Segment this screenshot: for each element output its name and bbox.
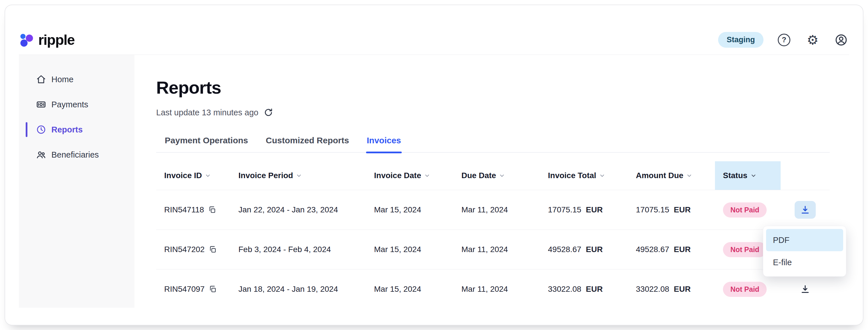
copy-button[interactable] <box>209 245 217 254</box>
main-content: Reports Last update 13 minutes ago Payme… <box>134 55 849 308</box>
ripple-logo-icon <box>19 32 34 48</box>
column-header-status[interactable]: Status <box>715 161 781 190</box>
column-header-invoice-period[interactable]: Invoice Period <box>230 161 366 190</box>
refresh-icon <box>264 108 273 117</box>
sidebar-item-label: Reports <box>52 125 83 134</box>
invoice-period: Jan 22, 2024 - Jan 23, 2024 <box>230 205 366 214</box>
sort-chevron-icon <box>750 172 757 179</box>
sidebar-item-label: Home <box>52 75 73 84</box>
amount-due: 33022.08EUR <box>628 285 715 294</box>
sort-chevron-icon <box>686 172 692 179</box>
sidebar-item-reports[interactable]: Reports <box>19 117 134 142</box>
column-header-invoice-id[interactable]: Invoice ID <box>156 161 230 190</box>
tab-customized-reports[interactable]: Customized Reports <box>265 136 350 152</box>
sidebar-item-label: Beneficiaries <box>52 150 99 160</box>
due-date: Mar 11, 2024 <box>454 205 540 214</box>
sort-chevron-icon <box>499 172 505 179</box>
tab-invoices[interactable]: Invoices <box>366 136 401 152</box>
topbar-actions: Staging ? ⚙ <box>718 32 849 48</box>
home-icon <box>36 74 46 85</box>
table-header: Invoice ID Invoice Period Invoice Date D… <box>156 161 830 190</box>
sort-chevron-icon <box>296 172 302 179</box>
sort-chevron-icon <box>205 172 211 179</box>
brand-name: ripple <box>38 32 74 48</box>
invoice-date: Mar 15, 2024 <box>366 245 454 254</box>
last-update: Last update 13 minutes ago <box>156 108 830 117</box>
invoice-id: RIN547202 <box>164 245 205 254</box>
tabs: Payment Operations Customized Reports In… <box>156 136 830 153</box>
brand[interactable]: ripple <box>19 32 74 48</box>
status-cell: Not Paid <box>715 202 781 218</box>
column-header-invoice-date[interactable]: Invoice Date <box>366 161 454 190</box>
column-header-invoice-total[interactable]: Invoice Total <box>540 161 628 190</box>
table-row: RIN547118 Jan 22, 2024 - Jan 23, 2024 Ma… <box>156 190 830 230</box>
invoice-id-cell: RIN547202 <box>156 245 230 254</box>
status-badge: Not Paid <box>723 202 767 218</box>
invoice-period: Feb 3, 2024 - Feb 4, 2024 <box>230 245 366 254</box>
copy-button[interactable] <box>209 285 217 293</box>
copy-icon <box>209 245 217 254</box>
sort-chevron-icon <box>424 172 430 179</box>
table-row: RIN547202 Feb 3, 2024 - Feb 4, 2024 Mar … <box>156 230 830 269</box>
top-header: ripple Staging ? ⚙ <box>19 25 849 55</box>
invoice-total: 33022.08EUR <box>540 285 628 294</box>
tab-payment-operations[interactable]: Payment Operations <box>164 136 249 152</box>
status-cell: Not Paid <box>715 282 781 297</box>
actions-cell <box>781 201 830 219</box>
menu-option-efile[interactable]: E-file <box>766 251 843 273</box>
account-button[interactable] <box>833 32 849 48</box>
column-header-amount-due[interactable]: Amount Due <box>628 161 715 190</box>
sidebar-item-payments[interactable]: Payments <box>19 92 134 117</box>
invoice-period: Jan 18, 2024 - Jan 19, 2024 <box>230 285 366 294</box>
download-icon <box>800 205 810 215</box>
invoice-date: Mar 15, 2024 <box>366 205 454 214</box>
settings-button[interactable]: ⚙ <box>805 32 820 48</box>
payments-icon <box>36 99 46 110</box>
download-button[interactable] <box>795 280 816 298</box>
active-indicator <box>26 122 27 137</box>
copy-button[interactable] <box>208 206 216 214</box>
menu-option-pdf[interactable]: PDF <box>766 229 843 251</box>
reports-icon <box>36 125 46 135</box>
invoice-total: 49528.67EUR <box>540 245 628 254</box>
amount-due: 49528.67EUR <box>628 245 715 254</box>
copy-icon <box>209 285 217 293</box>
last-update-text: Last update 13 minutes ago <box>156 108 258 117</box>
gear-icon: ⚙ <box>807 33 818 46</box>
sidebar-item-home[interactable]: Home <box>19 67 134 92</box>
amount-due: 17075.15EUR <box>628 205 715 214</box>
page-title: Reports <box>156 78 830 97</box>
invoice-date: Mar 15, 2024 <box>366 285 454 294</box>
environment-badge: Staging <box>718 32 764 48</box>
download-menu: PDF E-file <box>763 226 846 276</box>
due-date: Mar 11, 2024 <box>454 245 540 254</box>
status-badge: Not Paid <box>723 242 767 257</box>
download-icon <box>800 284 810 294</box>
table-row: RIN547097 Jan 18, 2024 - Jan 19, 2024 Ma… <box>156 269 830 309</box>
due-date: Mar 11, 2024 <box>454 285 540 294</box>
sidebar-item-beneficiaries[interactable]: Beneficiaries <box>19 142 134 167</box>
help-button[interactable]: ? <box>776 32 792 48</box>
sort-chevron-icon <box>599 172 605 179</box>
refresh-button[interactable] <box>264 108 273 117</box>
copy-icon <box>208 206 216 214</box>
invoice-id: RIN547097 <box>164 285 205 294</box>
status-badge: Not Paid <box>723 282 767 297</box>
download-button[interactable] <box>795 201 816 219</box>
help-icon: ? <box>778 34 790 46</box>
column-header-actions <box>781 161 830 190</box>
app-window: ripple Staging ? ⚙ <box>5 5 863 325</box>
invoice-total: 17075.15EUR <box>540 205 628 214</box>
sidebar-item-label: Payments <box>52 100 88 109</box>
invoice-id-cell: RIN547118 <box>156 205 230 214</box>
content-row: Home Payments Reports <box>19 55 849 308</box>
invoice-id-cell: RIN547097 <box>156 285 230 294</box>
actions-cell <box>781 280 830 298</box>
user-icon <box>835 33 848 46</box>
column-header-due-date[interactable]: Due Date <box>454 161 540 190</box>
invoice-id: RIN547118 <box>164 205 204 214</box>
sidebar: Home Payments Reports <box>19 55 134 308</box>
beneficiaries-icon <box>36 150 46 160</box>
